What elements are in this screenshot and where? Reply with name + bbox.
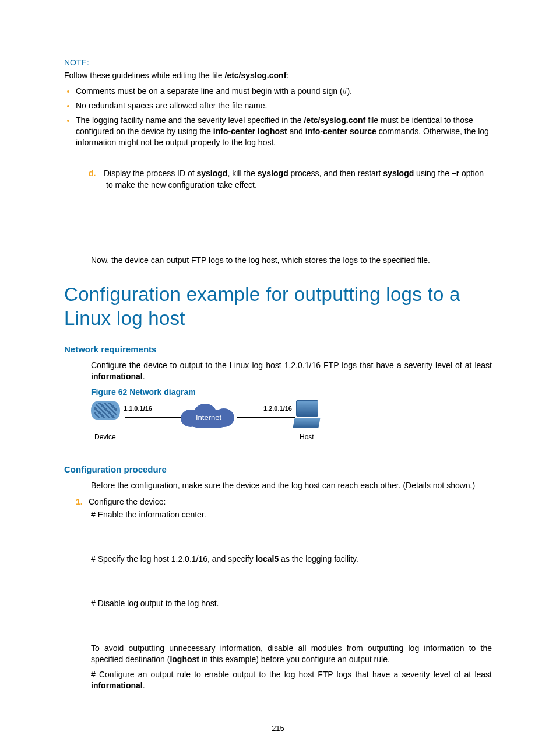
step1-enable-infocenter: # Enable the information center.: [64, 510, 492, 519]
s1b-post: as the logging facility.: [279, 554, 358, 564]
step1-configure-rule: # Configure an output rule to enable out…: [64, 669, 492, 692]
step-d-b1: syslogd: [197, 169, 228, 178]
note-b3-cmd1: info-center loghost: [213, 127, 287, 136]
proc-intro: Before the configuration, make sure the …: [91, 480, 492, 491]
section-title: Configuration example for outputting log…: [64, 282, 492, 331]
config-procedure-heading: Configuration procedure: [64, 464, 492, 474]
figure-caption: Figure 62 Network diagram: [91, 387, 492, 397]
note-bullet-2: No redundant spaces are allowed after th…: [76, 100, 492, 111]
note-intro-pre: Follow these guidelines while editing th…: [64, 71, 225, 80]
link-right: [237, 416, 295, 418]
netreq-pre: Configure the device to output to the Li…: [91, 360, 492, 370]
step-d-t3: process, and then restart: [288, 169, 383, 178]
proc-step-1: 1.Configure the device:: [64, 497, 492, 506]
s1d-post: in this example) before you configure an…: [199, 654, 390, 664]
step1-avoid-note: To avoid outputting unnecessary informat…: [64, 643, 492, 666]
s1e-pre: # Configure an output rule to enable out…: [91, 670, 492, 679]
step1-label: Configure the device:: [89, 497, 166, 506]
note-b3-cmd2: info-center source: [305, 127, 376, 136]
network-diagram: Device 1.1.0.1/16 Internet 1.2.0.1/16 Ho…: [91, 400, 336, 448]
note-box: NOTE: Follow these guidelines while edit…: [64, 52, 492, 158]
note-intro-file: /etc/syslog.conf: [225, 71, 287, 80]
step-d-t2: , kill the: [227, 169, 257, 178]
step1-specify-loghost: # Specify the log host 1.2.0.1/16, and s…: [64, 554, 492, 564]
step-d-t4: using the: [414, 169, 452, 178]
s1b-pre: # Specify the log host 1.2.0.1/16, and s…: [91, 554, 256, 564]
netreq-bold: informational: [91, 372, 143, 381]
netreq-para: Configure the device to output to the Li…: [91, 360, 492, 383]
host-node: [296, 400, 319, 428]
host-label: Host: [300, 433, 314, 441]
note-intro: Follow these guidelines while editing th…: [64, 71, 492, 80]
internet-cloud: Internet: [181, 404, 237, 432]
note-bullet-3: The logging facility name and the severi…: [76, 115, 492, 148]
step-d-b3: syslogd: [383, 169, 414, 178]
step1-num: 1.: [76, 497, 89, 506]
s1d-bold: loghost: [170, 654, 199, 664]
step-d-t1: Display the process ID of: [104, 169, 197, 178]
router-icon: [91, 401, 120, 420]
s1e-bold: informational: [91, 681, 143, 690]
note-b3-file: /etc/syslog.conf: [304, 116, 365, 125]
host-base-icon: [293, 418, 320, 428]
summary-line: Now, the device can output FTP logs to t…: [64, 256, 492, 265]
s1b-bold: local5: [256, 554, 279, 564]
step-d-label: d.: [89, 168, 104, 180]
note-intro-post: :: [286, 71, 288, 80]
ip-right: 1.2.0.1/16: [263, 405, 292, 412]
link-left: [125, 416, 181, 418]
step-d: d.Display the process ID of syslogd, kil…: [64, 168, 492, 191]
page-number: 215: [0, 724, 556, 733]
document-page: NOTE: Follow these guidelines while edit…: [0, 0, 556, 756]
note-b3-pre: The logging facility name and the severi…: [76, 116, 304, 125]
netreq-post: .: [143, 372, 145, 381]
ip-left: 1.1.0.1/16: [124, 405, 152, 412]
step1-disable-output: # Disable log output to the log host.: [64, 598, 492, 608]
host-monitor-icon: [296, 400, 318, 416]
network-requirements-heading: Network requirements: [64, 344, 492, 354]
device-label: Device: [94, 433, 116, 441]
s1e-post: .: [143, 681, 145, 690]
note-bullet-1: Comments must be on a separate line and …: [76, 86, 492, 97]
device-node: [91, 401, 122, 428]
note-b3-and: and: [287, 127, 305, 136]
cloud-text: Internet: [181, 413, 237, 422]
step-d-b2: syslogd: [258, 169, 288, 178]
note-label: NOTE:: [64, 58, 492, 67]
step-d-b4: –r: [452, 169, 459, 178]
note-bullet-list: Comments must be on a separate line and …: [64, 86, 492, 148]
